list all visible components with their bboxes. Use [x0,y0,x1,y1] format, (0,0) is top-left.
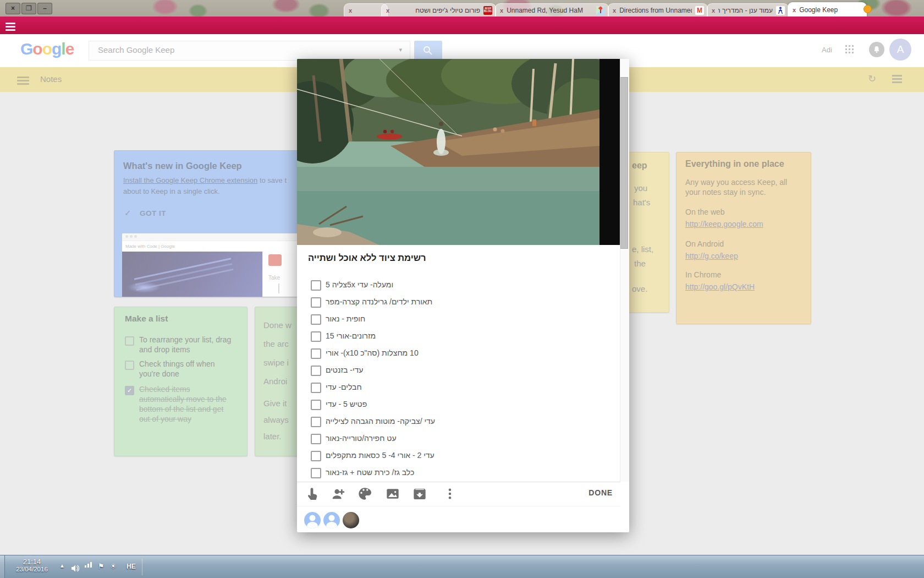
add-image-icon[interactable] [386,487,399,503]
browser-tab-gmail[interactable]: x Directions from Unnamed M [608,3,708,17]
tab-close-icon[interactable]: x [349,7,352,14]
item-text[interactable]: מזרונים-אורי 15 [326,331,376,340]
checklist-item[interactable]: כלב גז/ כירת שטח + גז-נאור [297,465,605,481]
tray-sun-icon[interactable]: ☀ [110,562,117,570]
modal-scrollbar[interactable] [620,59,629,482]
tab-close-icon[interactable]: x [386,7,389,14]
checklist-item[interactable]: ומעלה- עדי 5xצליה 5 [297,277,605,293]
tab-close-icon[interactable]: x [712,7,715,14]
item-checkbox[interactable] [311,451,321,461]
checklist-item[interactable]: מזרונים-אורי 15 [297,328,605,345]
scrollbar-thumb[interactable] [620,77,628,249]
browser-tab-maps[interactable]: x Unnamed Rd, Yesud HaM [495,3,609,17]
browser-tab-jeep-forum[interactable]: x פורום טיולי ג'יפים ושטח JEEPBLOG [381,3,496,17]
window-close-button[interactable]: × [6,3,20,14]
checklist-item[interactable]: עט חפירה/טורייה-נאור [297,430,605,447]
item-checkbox[interactable] [311,297,321,308]
checklist-item[interactable]: חבלים- עדי [297,379,605,396]
color-palette-icon[interactable] [358,487,371,503]
collaborator-avatar-photo[interactable] [343,512,359,528]
tab-label: Google Keep [799,6,863,14]
action-center-flag-icon[interactable]: ⚑ [98,562,105,570]
item-checkbox[interactable] [311,434,321,444]
volume-icon[interactable] [72,564,80,574]
collaborator-avatar[interactable] [323,512,340,528]
tab-close-icon[interactable]: x [500,7,503,14]
checklist-item[interactable]: עדי- בזנטים [297,362,605,379]
avatar-row-divider [297,506,620,506]
item-text[interactable]: עדי- בזנטים [326,366,363,374]
note-editor-modal: רשימת ציוד ללא אוכל ושתייה ומעלה- עדי 5x… [297,59,629,532]
screen: × ❐ – x x פורום טיולי ג'יפים ושטח JEEPBL… [0,0,924,578]
google-maps-favicon [596,6,605,15]
reminder-icon[interactable] [305,487,318,503]
jeep-blog-favicon: JEEPBLOG [483,6,492,15]
hiker-favicon [776,6,785,15]
note-photo[interactable] [297,59,600,245]
network-signal-icon[interactable] [85,565,86,568]
photo-letterbox [600,59,620,245]
checklist-item[interactable]: עדי 2 - אורי 4- 5 כסאות מתקפלים [297,448,605,464]
item-text[interactable]: עדי 2 - אורי 4- 5 כסאות מתקפלים [326,451,435,460]
checklist-item[interactable]: עדי /צביקה- מוטות הגבהה לצילייה [297,413,605,430]
notification-dot[interactable] [864,5,872,13]
checklist-item[interactable]: 10 מחצלות (סה"כ x10)- אורי [297,345,605,362]
item-checkbox[interactable] [311,348,321,359]
window-minimize-button[interactable]: – [37,3,52,14]
tab-label: Directions from Unnamed [619,7,692,14]
item-checkbox[interactable] [311,468,321,478]
item-text[interactable]: חופית - נאור [326,314,365,323]
checklist-item[interactable]: פטיש 5 - עדי [297,396,605,413]
checklist-item[interactable]: חופית - נאור [297,311,605,328]
collaborator-avatar[interactable] [304,512,321,528]
tab-close-icon[interactable]: x [793,7,796,13]
archive-icon[interactable] [413,487,426,503]
window-restore-button[interactable]: ❐ [21,3,36,14]
item-checkbox[interactable] [311,417,321,427]
browser-navbar: ☆ א A https://keep.google.com/#LIST/153e… [0,17,924,34]
browser-titlebar: × ❐ – x x פורום טיולי ג'יפים ושטח JEEPBL… [0,0,924,17]
tab-label: פורום טיולי ג'יפים ושטח [393,7,480,14]
tab-close-icon[interactable]: x [613,7,616,14]
tab-label: Unnamed Rd, Yesud HaM [507,7,593,14]
toolbar-divider [297,482,620,482]
item-text[interactable]: ומעלה- עדי 5xצליה 5 [326,280,393,289]
item-text[interactable]: עדי /צביקה- מוטות הגבהה לצילייה [326,417,435,426]
item-checkbox[interactable] [311,400,321,410]
item-text[interactable]: תאורת ילדים/ גרילנדה קצרה-מפר [326,297,432,306]
item-checkbox[interactable] [311,331,321,342]
item-checkbox[interactable] [311,280,321,291]
tray-divider [142,559,142,575]
windows-taskbar: 21:14 23/04/2016 ▲ ⚑ ☀ HE ...Sket - מודל… [0,555,924,578]
tab-label: עמוד ענן - המדריך השיו [718,7,773,14]
taskbar-clock[interactable]: 21:14 23/04/2016 [9,558,55,572]
show-desktop-button[interactable] [0,555,5,578]
clock-time: 21:14 [9,558,55,566]
browser-tab-google-keep-active[interactable]: x Google Keep [788,2,867,17]
checklist-item[interactable]: תאורת ילדים/ גרילנדה קצרה-מפר [297,294,605,310]
item-checkbox[interactable] [311,366,321,376]
clock-date: 23/04/2016 [9,566,55,572]
language-indicator[interactable]: HE [127,563,136,570]
more-options-icon[interactable] [443,487,457,503]
item-text[interactable]: כלב גז/ כירת שטח + גז-נאור [326,468,414,477]
add-collaborator-icon[interactable] [331,487,344,503]
note-title-input[interactable]: רשימת ציוד ללא אוכל ושתייה [308,253,426,263]
gmail-favicon: M [695,6,704,15]
item-text[interactable]: עט חפירה/טורייה-נאור [326,434,397,443]
item-text[interactable]: 10 מחצלות (סה"כ x10)- אורי [326,348,419,357]
item-text[interactable]: חבלים- עדי [326,383,362,391]
item-text[interactable]: פטיש 5 - עדי [326,400,367,408]
browser-menu-icon[interactable] [6,21,15,32]
item-checkbox[interactable] [311,314,321,325]
hidden-icons-chevron[interactable]: ▲ [59,563,65,569]
item-checkbox[interactable] [311,383,321,393]
done-button[interactable]: DONE [588,488,613,497]
browser-tab-hiking[interactable]: x עמוד ענן - המדריך השיו [707,3,789,17]
